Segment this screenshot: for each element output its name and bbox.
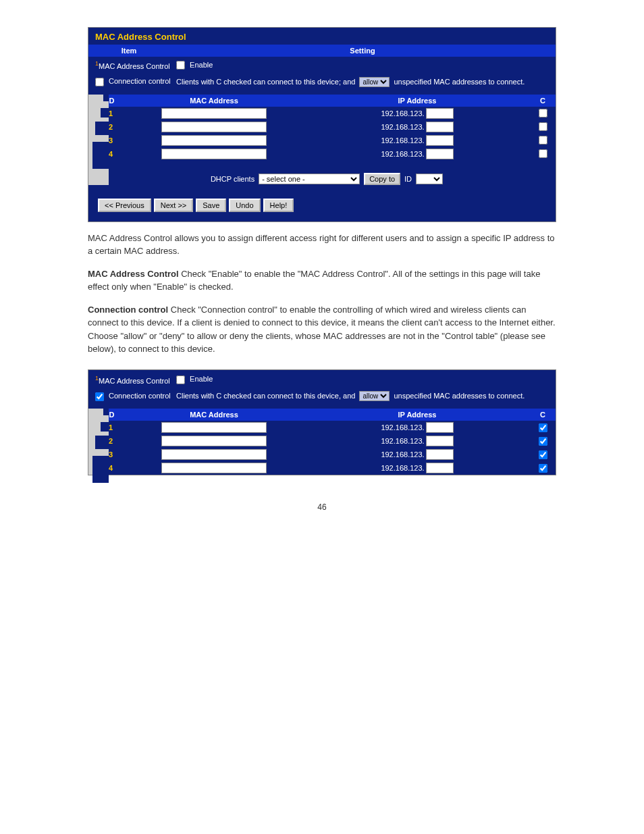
- page-number: 46: [88, 502, 556, 512]
- mac-control-heading: MAC Address Control: [88, 269, 179, 279]
- ip-prefix: 192.168.123.: [381, 123, 424, 131]
- col-mac-header: MAC Address: [124, 95, 304, 107]
- conn-text-b: unspecified MAC addresses to connect.: [394, 78, 525, 86]
- col-c-header: C: [530, 95, 556, 107]
- ip-suffix-input[interactable]: [426, 436, 454, 446]
- intro-paragraph: MAC Address Control allows you to assign…: [88, 232, 556, 258]
- enable-checkbox[interactable]: [176, 61, 185, 70]
- row-connection-control: Connection control Clients with C checke…: [88, 388, 556, 405]
- c-checkbox[interactable]: [539, 437, 547, 446]
- torn-edge: [88, 409, 109, 475]
- ip-prefix: 192.168.123.: [381, 423, 424, 432]
- ip-suffix-input[interactable]: [426, 449, 454, 460]
- dhcp-label: DHCP clients: [211, 175, 254, 183]
- mac-input[interactable]: [161, 108, 267, 119]
- col-ip-header: IP Address: [304, 409, 530, 421]
- allow-deny-select[interactable]: allow: [359, 77, 390, 87]
- save-button[interactable]: Save: [196, 199, 226, 212]
- c-checkbox[interactable]: [539, 122, 547, 131]
- ip-prefix: 192.168.123.: [381, 437, 424, 445]
- mac-input[interactable]: [161, 135, 267, 146]
- connection-control-heading: Connection control: [88, 305, 168, 315]
- col-ip-header: IP Address: [304, 95, 530, 107]
- col-mac-header: MAC Address: [124, 409, 304, 421]
- enable-label: Enable: [190, 375, 213, 383]
- table-row: 2 192.168.123.: [98, 434, 556, 448]
- ip-suffix-input[interactable]: [426, 149, 454, 159]
- next-button[interactable]: Next >>: [154, 199, 194, 212]
- c-checkbox[interactable]: [539, 464, 547, 473]
- table-header: ID MAC Address IP Address C: [98, 409, 556, 421]
- mac-address-control-panel: MAC Address Control Item Setting 1MAC Ad…: [88, 27, 556, 222]
- connection-control-paragraph: Connection control Check "Connection con…: [88, 303, 556, 356]
- connection-control-checkbox[interactable]: [95, 78, 104, 86]
- table-row: 4 192.168.123.: [98, 147, 556, 161]
- ip-prefix: 192.168.123.: [381, 450, 424, 459]
- id-label: ID: [404, 175, 412, 183]
- control-table: ID MAC Address IP Address C 1 192.168.12…: [88, 95, 556, 185]
- connection-control-checkbox[interactable]: [95, 392, 104, 401]
- mac-input[interactable]: [161, 436, 267, 446]
- connection-control-label: Connection control: [109, 77, 171, 85]
- button-row: << Previous Next >> Save Undo Help!: [88, 192, 556, 221]
- dhcp-clients-select[interactable]: - select one -: [259, 174, 360, 184]
- table-header: ID MAC Address IP Address C: [98, 95, 556, 107]
- conn-text-b: unspecified MAC addresses to connect.: [394, 392, 525, 400]
- row-mac-control: 1MAC Address Control Enable: [88, 371, 556, 388]
- ip-prefix: 192.168.123.: [381, 109, 424, 118]
- table-row: 2 192.168.123.: [98, 120, 556, 134]
- mac-input[interactable]: [161, 149, 267, 159]
- control-table: ID MAC Address IP Address C 1 192.168.12…: [88, 409, 556, 475]
- mac-input[interactable]: [161, 449, 267, 460]
- enable-checkbox[interactable]: [176, 375, 185, 384]
- torn-edge: [88, 95, 109, 185]
- mac-control-label: MAC Address Control: [99, 62, 170, 70]
- help-button[interactable]: Help!: [263, 199, 294, 212]
- c-checkbox[interactable]: [539, 136, 547, 145]
- ip-prefix: 192.168.123.: [381, 136, 424, 145]
- ip-suffix-input[interactable]: [426, 463, 454, 473]
- c-checkbox[interactable]: [539, 423, 547, 432]
- table-row: 3 192.168.123.: [98, 134, 556, 147]
- table-row: 1 192.168.123.: [98, 421, 556, 434]
- header-setting: Setting: [169, 45, 556, 57]
- mac-control-paragraph: MAC Address Control Check "Enable" to en…: [88, 267, 556, 294]
- c-checkbox[interactable]: [539, 450, 547, 459]
- previous-button[interactable]: << Previous: [98, 199, 151, 212]
- ip-suffix-input[interactable]: [426, 422, 454, 433]
- conn-text-a: Clients with C checked can connect to th…: [176, 392, 357, 400]
- dhcp-clients-row: DHCP clients - select one - Copy to ID: [98, 173, 556, 185]
- ip-prefix: 192.168.123.: [381, 464, 424, 472]
- table-row: 1 192.168.123.: [98, 107, 556, 120]
- c-checkbox[interactable]: [539, 149, 547, 158]
- c-checkbox[interactable]: [539, 109, 547, 118]
- connection-control-label: Connection control: [109, 392, 171, 400]
- enable-label: Enable: [190, 61, 213, 69]
- row-connection-control: Connection control Clients with C checke…: [88, 74, 556, 90]
- ip-suffix-input[interactable]: [426, 135, 454, 146]
- mac-control-label: MAC Address Control: [99, 376, 170, 384]
- header-row: Item Setting: [88, 45, 556, 57]
- id-select[interactable]: [416, 174, 443, 184]
- allow-deny-select[interactable]: allow: [359, 391, 390, 401]
- mac-input[interactable]: [161, 463, 267, 473]
- row-mac-control: 1MAC Address Control Enable: [88, 57, 556, 74]
- undo-button[interactable]: Undo: [229, 199, 260, 212]
- mac-address-control-panel-cropped: 1MAC Address Control Enable Connection c…: [88, 369, 556, 476]
- conn-text-a: Clients with C checked can connect to th…: [176, 78, 357, 86]
- table-row: 3 192.168.123.: [98, 448, 556, 461]
- mac-input[interactable]: [161, 122, 267, 132]
- copy-to-button[interactable]: Copy to: [364, 173, 400, 185]
- ip-prefix: 192.168.123.: [381, 150, 424, 158]
- panel-title: MAC Address Control: [88, 28, 556, 45]
- col-c-header: C: [530, 409, 556, 421]
- mac-input[interactable]: [161, 422, 267, 433]
- table-row: 4 192.168.123.: [98, 461, 556, 475]
- ip-suffix-input[interactable]: [426, 108, 454, 119]
- header-item: Item: [88, 45, 169, 57]
- ip-suffix-input[interactable]: [426, 122, 454, 132]
